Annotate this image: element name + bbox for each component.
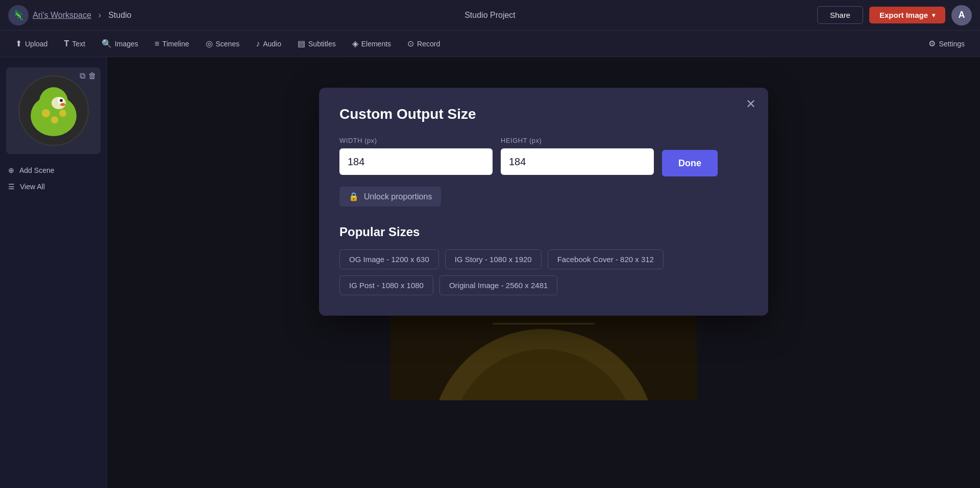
workspace-link[interactable]: Ari's Workspace xyxy=(33,11,91,20)
width-input-group: WIDTH (px) xyxy=(339,137,493,175)
thumbnail-actions: ⧉ 🗑 xyxy=(80,71,96,81)
toolbar-elements-label: Elements xyxy=(361,40,391,48)
project-title: Studio Project xyxy=(464,11,516,20)
breadcrumb-current: Studio xyxy=(108,11,131,20)
lock-icon: 🔒 xyxy=(349,192,359,201)
svg-point-9 xyxy=(59,110,66,117)
scenes-icon: ◎ xyxy=(206,39,213,48)
height-input[interactable] xyxy=(501,148,654,175)
toolbar-timeline-label: Timeline xyxy=(162,40,189,48)
popular-sizes-title: Popular Sizes xyxy=(339,225,748,239)
toolbar-upload-label: Upload xyxy=(25,40,47,48)
sidebar: ⧉ 🗑 xyxy=(0,57,107,488)
main-area: ⧉ 🗑 xyxy=(0,57,980,488)
toolbar-settings[interactable]: ⚙ Settings xyxy=(921,36,972,52)
modal-title: Custom Output Size xyxy=(339,106,748,122)
workspace-avatar-emoji: 🦎 xyxy=(13,10,24,21)
modal-close-button[interactable]: ✕ xyxy=(746,98,756,110)
preset-facebook-cover[interactable]: Facebook Cover - 820 x 312 xyxy=(548,249,664,269)
toolbar-scenes-label: Scenes xyxy=(216,40,240,48)
export-chevron-icon: ▾ xyxy=(932,12,935,19)
nav-right: Share Export Image ▾ A xyxy=(817,5,972,25)
toolbar-record-label: Record xyxy=(417,40,440,48)
toolbar-text-label: Text xyxy=(72,40,85,48)
toolbar-subtitles-label: Subtitles xyxy=(308,40,336,48)
toolbar-audio[interactable]: ♪ Audio xyxy=(249,36,288,52)
unlock-proportions-button[interactable]: 🔒 Unlock proportions xyxy=(339,187,441,207)
view-all-label: View All xyxy=(20,183,45,191)
toolbar-images[interactable]: 🔍 Images xyxy=(94,36,145,52)
toolbar-record[interactable]: ⊙ Record xyxy=(400,36,447,52)
view-all-button[interactable]: ☰ View All xyxy=(8,181,99,193)
custom-output-size-modal: ✕ Custom Output Size WIDTH (px) HEIGHT (… xyxy=(319,88,768,316)
unlock-proportions-label: Unlock proportions xyxy=(364,192,432,201)
add-scene-icon: ⊕ xyxy=(8,166,14,174)
scene-thumbnail[interactable]: ⧉ 🗑 xyxy=(6,67,101,154)
user-avatar[interactable]: A xyxy=(951,5,972,25)
toolbar-subtitles[interactable]: ▤ Subtitles xyxy=(290,36,343,52)
view-all-icon: ☰ xyxy=(8,183,15,191)
svg-point-7 xyxy=(42,109,50,117)
width-label: WIDTH (px) xyxy=(339,137,493,144)
settings-icon: ⚙ xyxy=(928,39,936,48)
subtitles-icon: ▤ xyxy=(298,39,305,48)
toolbar-images-label: Images xyxy=(115,40,138,48)
export-label: Export Image xyxy=(879,11,928,19)
timeline-icon: ≡ xyxy=(155,39,159,48)
preset-original-image[interactable]: Original Image - 2560 x 2481 xyxy=(439,275,557,295)
preset-ig-post[interactable]: IG Post - 1080 x 1080 xyxy=(339,275,433,295)
nav-brand: 🦎 Ari's Workspace › Studio xyxy=(8,5,132,25)
toolbar-timeline[interactable]: ≡ Timeline xyxy=(148,36,197,52)
upload-icon: ⬆ xyxy=(15,39,22,48)
toolbar-settings-label: Settings xyxy=(939,40,965,48)
svg-point-5 xyxy=(60,99,63,102)
canvas-area: ✕ Custom Output Size WIDTH (px) HEIGHT (… xyxy=(107,57,980,488)
toolbar: ⬆ Upload T Text 🔍 Images ≡ Timeline ◎ Sc… xyxy=(0,31,980,57)
toolbar-scenes[interactable]: ◎ Scenes xyxy=(199,36,247,52)
toolbar-upload[interactable]: ⬆ Upload xyxy=(8,36,55,52)
top-nav: 🦎 Ari's Workspace › Studio Studio Projec… xyxy=(0,0,980,31)
width-input[interactable] xyxy=(339,148,493,175)
svg-point-8 xyxy=(51,116,58,123)
modal-overlay: ✕ Custom Output Size WIDTH (px) HEIGHT (… xyxy=(107,57,980,488)
toolbar-elements[interactable]: ◈ Elements xyxy=(345,36,398,52)
audio-icon: ♪ xyxy=(256,39,260,48)
size-inputs: WIDTH (px) HEIGHT (px) Done xyxy=(339,137,748,176)
share-button[interactable]: Share xyxy=(817,6,863,24)
svg-point-6 xyxy=(60,103,65,106)
trash-icon[interactable]: 🗑 xyxy=(88,71,96,81)
toolbar-audio-label: Audio xyxy=(263,40,281,48)
copy-icon[interactable]: ⧉ xyxy=(80,71,85,81)
elements-icon: ◈ xyxy=(352,39,358,48)
breadcrumb-separator: › xyxy=(99,11,101,20)
export-button[interactable]: Export Image ▾ xyxy=(869,7,945,23)
workspace-avatar: 🦎 xyxy=(8,5,29,25)
height-label: HEIGHT (px) xyxy=(501,137,654,144)
preset-og-image[interactable]: OG Image - 1200 x 630 xyxy=(339,249,439,269)
add-scene-button[interactable]: ⊕ Add Scene xyxy=(8,164,99,176)
done-button[interactable]: Done xyxy=(662,150,718,176)
add-scene-label: Add Scene xyxy=(19,166,55,174)
toolbar-text[interactable]: T Text xyxy=(57,36,92,52)
size-presets: OG Image - 1200 x 630 IG Story - 1080 x … xyxy=(339,249,748,295)
scene-thumbnail-image xyxy=(18,75,89,146)
sidebar-actions: ⊕ Add Scene ☰ View All xyxy=(0,158,107,199)
text-icon: T xyxy=(64,39,69,48)
record-icon: ⊙ xyxy=(407,39,414,48)
images-icon: 🔍 xyxy=(102,39,112,48)
height-input-group: HEIGHT (px) xyxy=(501,137,654,175)
preset-ig-story[interactable]: IG Story - 1080 x 1920 xyxy=(445,249,542,269)
